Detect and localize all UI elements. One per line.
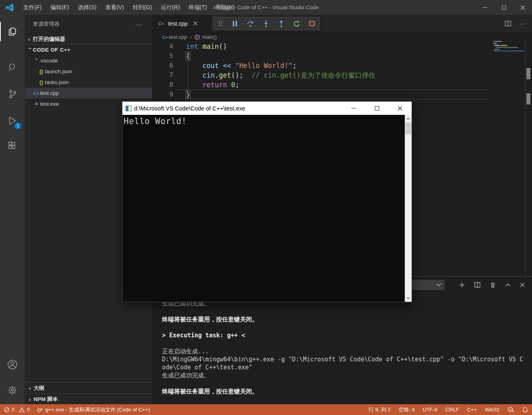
console-minimize-button[interactable]: [342, 102, 365, 115]
step-over-icon[interactable]: [247, 20, 254, 27]
menu-bar: 文件(F) 编辑(E) 选择(S) 查看(V) 转到(G) 运行(R) 终端(T…: [19, 0, 239, 15]
account-icon: [7, 359, 18, 370]
search-icon: [7, 62, 18, 72]
kill-terminal-trash-icon[interactable]: [490, 282, 496, 288]
indentation-setting[interactable]: 空格: 4: [398, 406, 414, 413]
bracket-guide-line: [188, 61, 188, 93]
section-open-editors[interactable]: › 打开的编辑器: [25, 34, 152, 44]
file-test-cpp[interactable]: C+ test.cpp: [25, 88, 152, 98]
settings-button[interactable]: [0, 380, 25, 401]
encoding-setting[interactable]: UTF-8: [423, 407, 438, 413]
scroll-down-icon[interactable]: [405, 295, 412, 301]
menu-go[interactable]: 转到(G): [128, 0, 156, 15]
console-maximize-button[interactable]: [365, 102, 388, 115]
console-title-bar[interactable]: d:\Microsoft VS Code\Code of C++\test.ex…: [122, 102, 412, 115]
activitybar-run-debug[interactable]: 1: [0, 110, 25, 131]
menu-edit[interactable]: 编辑(E): [46, 0, 74, 15]
stop-icon[interactable]: [309, 21, 315, 26]
split-terminal-icon[interactable]: [474, 282, 480, 288]
activitybar-search[interactable]: [0, 57, 25, 78]
scrollbar-thumb[interactable]: [405, 122, 411, 134]
terminal-selector-dropdown[interactable]: [408, 280, 445, 290]
section-npm-scripts[interactable]: › NPM 脚本: [25, 394, 152, 405]
code-line-5[interactable]: 5{: [152, 51, 532, 61]
sidebar-more-actions[interactable]: ···: [135, 19, 142, 29]
more-actions-icon[interactable]: ···: [519, 20, 526, 27]
window-title: test.cpp - Code of C++ - Visual Studio C…: [214, 0, 318, 15]
code-line-9[interactable]: 9}: [152, 90, 532, 99]
code-text: }: [173, 90, 190, 99]
file-launch-json[interactable]: {} launch.json: [25, 66, 152, 77]
pause-icon[interactable]: [232, 20, 238, 27]
account-button[interactable]: [0, 354, 25, 375]
folder-label: .vscode: [39, 58, 58, 64]
debug-badge: 1: [14, 122, 21, 129]
code-line-4[interactable]: 4int main(): [152, 42, 532, 51]
activitybar-extensions[interactable]: [0, 136, 25, 156]
code-text: int main(): [173, 42, 227, 51]
menu-selection[interactable]: 选择(S): [74, 0, 101, 15]
problems-indicator[interactable]: 0 0: [4, 407, 30, 413]
breadcrumb-symbol[interactable]: main(): [202, 34, 217, 40]
tab-test-cpp[interactable]: C+ test.cpp: [152, 15, 211, 32]
symbol-cube-icon: [194, 34, 200, 40]
console-output-area[interactable]: Hello World!: [122, 115, 405, 302]
drag-grip-icon[interactable]: [218, 20, 223, 27]
current-line-highlight: [177, 90, 490, 99]
code-line-7[interactable]: 7 cin.get(); // cin.get()是为了使命令行窗口停住: [152, 70, 532, 80]
code-text: cout << "Hello World!";: [173, 61, 296, 70]
close-icon: [398, 106, 402, 111]
menu-file[interactable]: 文件(F): [19, 0, 46, 15]
restart-icon[interactable]: [293, 20, 300, 27]
error-count: 0: [12, 407, 14, 413]
folder-vscode[interactable]: › .vscode: [25, 55, 152, 66]
cursor-position[interactable]: 行 9, 列 2: [368, 406, 390, 413]
menu-run[interactable]: 运行(R): [156, 0, 184, 15]
notifications-bell-icon[interactable]: [522, 407, 528, 413]
editor-scrollbar-track: [525, 42, 526, 276]
maximize-icon: [502, 6, 506, 10]
menu-view[interactable]: 查看(V): [101, 0, 128, 15]
file-tasks-json[interactable]: {} tasks.json: [25, 77, 152, 88]
folder-root[interactable]: › CODE OF C++: [25, 44, 152, 55]
chevron-down-icon: ›: [34, 58, 40, 63]
step-into-icon[interactable]: [263, 20, 269, 27]
scroll-up-icon[interactable]: [405, 115, 412, 122]
terminal-line: 正在启动生成...: [162, 347, 526, 355]
explorer-icon: [7, 26, 18, 37]
debug-task-indicator[interactable]: g++.exe - 生成和调试活动文件 (Code of C++): [37, 406, 150, 413]
eol-setting[interactable]: CRLF: [446, 407, 459, 413]
minimize-button[interactable]: [476, 0, 494, 15]
breadcrumb-file[interactable]: test.cpp: [169, 34, 187, 40]
step-out-icon[interactable]: [278, 20, 284, 27]
console-window[interactable]: d:\Microsoft VS Code\Code of C++\test.ex…: [122, 101, 412, 302]
code-line-8[interactable]: 8 return 0;: [152, 80, 532, 90]
line-number: 9: [152, 90, 173, 99]
terminal-output[interactable]: 生成已成功完成。终端将被任务重用，按任意键关闭。> Executing task…: [162, 299, 526, 395]
maximize-button[interactable]: [494, 0, 513, 15]
breadcrumb: C+ test.cpp › main(): [152, 32, 532, 42]
section-outline[interactable]: › 大纲: [25, 383, 152, 393]
terminal-line: D:\MingGW64\mingw64\bin\g++.exe -g "D:\M…: [162, 355, 526, 363]
code-line-6[interactable]: 6 cout << "Hello World!";: [152, 61, 532, 70]
editor-scrollbar-thumb[interactable]: [526, 68, 530, 79]
console-close-button[interactable]: [388, 102, 412, 115]
language-mode[interactable]: C++: [467, 407, 477, 413]
close-button[interactable]: [513, 0, 532, 15]
maximize-panel-icon[interactable]: [505, 283, 510, 287]
menu-terminal[interactable]: 终端(T): [184, 0, 212, 15]
split-editor-icon[interactable]: [505, 20, 511, 27]
minimap[interactable]: [493, 40, 525, 53]
new-terminal-icon[interactable]: [459, 282, 465, 288]
tab-close-icon[interactable]: [193, 21, 198, 26]
code-text: return 0;: [173, 80, 239, 90]
activitybar-source-control[interactable]: [0, 84, 25, 104]
extensions-icon: [7, 141, 18, 151]
sidebar-title: 资源管理器: [33, 20, 60, 28]
feedback-icon[interactable]: [508, 407, 514, 413]
activitybar-explorer[interactable]: [0, 21, 25, 42]
console-scrollbar[interactable]: [405, 115, 412, 302]
platform-target[interactable]: Win32: [485, 407, 500, 413]
cpp-file-icon: C+: [33, 91, 40, 96]
close-panel-icon[interactable]: [520, 283, 525, 287]
